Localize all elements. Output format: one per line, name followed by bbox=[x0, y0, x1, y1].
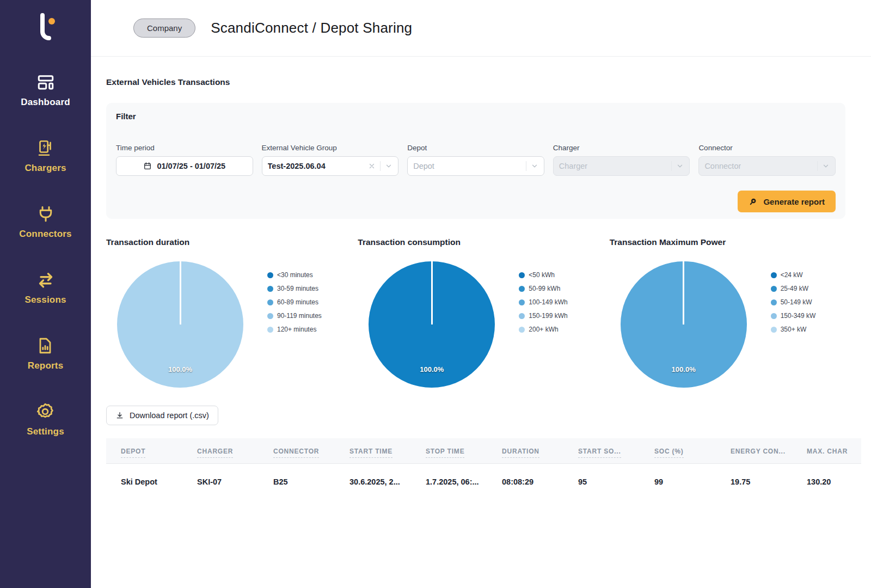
connectors-icon bbox=[36, 204, 56, 224]
calendar-icon bbox=[143, 162, 152, 170]
sidebar-nav: Dashboard Chargers bbox=[0, 72, 91, 437]
column-header-depot[interactable]: DEPOT bbox=[121, 446, 197, 456]
sidebar-item-reports[interactable]: Reports bbox=[28, 336, 64, 371]
legend-label: 90-119 minutes bbox=[277, 312, 322, 320]
filter-field-time-period: Time period 01/07/25 - 01/07/25 bbox=[116, 144, 253, 176]
pie-slice-divider bbox=[431, 261, 433, 324]
depot-placeholder: Depot bbox=[413, 162, 434, 170]
cell-connector: B25 bbox=[273, 477, 349, 486]
legend-label: 30-59 minutes bbox=[277, 285, 318, 292]
filter-field-charger: Charger Charger bbox=[553, 144, 690, 176]
legend-label: 50-149 kW bbox=[781, 298, 812, 306]
column-header-charger[interactable]: CHARGER bbox=[197, 446, 273, 456]
legend-item[interactable]: 200+ kWh bbox=[519, 326, 567, 333]
legend-item[interactable]: 25-49 kW bbox=[771, 285, 816, 292]
legend-label: 150-199 kWh bbox=[529, 312, 567, 320]
field-label: Charger bbox=[553, 144, 690, 152]
legend-dot bbox=[519, 327, 525, 333]
column-header-connector[interactable]: CONNECTOR bbox=[273, 446, 349, 456]
legend-dot bbox=[771, 286, 777, 292]
legend-item[interactable]: 50-99 kWh bbox=[519, 285, 567, 292]
filter-actions: Generate report bbox=[116, 191, 836, 212]
legend-item[interactable]: <30 minutes bbox=[267, 271, 322, 279]
sidebar-item-dashboard[interactable]: Dashboard bbox=[21, 72, 70, 108]
clear-icon[interactable] bbox=[368, 162, 376, 170]
charger-placeholder: Charger bbox=[559, 162, 587, 170]
field-label: Time period bbox=[116, 144, 253, 152]
cell-stop-time: 1.7.2025, 06:... bbox=[426, 477, 502, 486]
legend-item[interactable]: 50-149 kW bbox=[771, 298, 816, 306]
pie-chart-consumption[interactable]: 100.0% bbox=[369, 261, 495, 388]
column-header-energy-consumed[interactable]: ENERGY CON... bbox=[731, 446, 807, 456]
time-period-input[interactable]: 01/07/25 - 01/07/25 bbox=[116, 156, 253, 176]
column-header-soc[interactable]: SOC (%) bbox=[654, 446, 731, 456]
pie-chart-max-power[interactable]: 100.0% bbox=[621, 261, 747, 388]
generate-report-button[interactable]: Generate report bbox=[738, 191, 836, 212]
legend-item[interactable]: 150-349 kW bbox=[771, 312, 816, 320]
connector-select: Connector bbox=[698, 156, 836, 176]
legend-item[interactable]: 120+ minutes bbox=[267, 326, 322, 333]
divider bbox=[380, 161, 381, 171]
sidebar-item-chargers[interactable]: Chargers bbox=[24, 138, 66, 174]
legend-item[interactable]: 60-89 minutes bbox=[267, 298, 322, 306]
sidebar-item-sessions[interactable]: Sessions bbox=[24, 270, 66, 305]
column-header-max-charging[interactable]: MAX. CHAR bbox=[807, 446, 861, 456]
legend-label: 120+ minutes bbox=[277, 326, 316, 333]
cell-max-charging: 130.20 bbox=[807, 477, 861, 486]
page-title: ScandiConnect / Depot Sharing bbox=[211, 20, 412, 36]
chart-transaction-consumption: Transaction consumption 100.0% <50 kWh 5… bbox=[358, 237, 609, 388]
legend-dot bbox=[771, 313, 777, 319]
legend-item[interactable]: 350+ kW bbox=[771, 326, 816, 333]
connector-placeholder: Connector bbox=[704, 162, 741, 170]
chart-title: Transaction consumption bbox=[358, 237, 609, 247]
sidebar-item-label: Settings bbox=[27, 426, 64, 437]
topbar: Company ScandiConnect / Depot Sharing bbox=[91, 0, 871, 57]
depot-select[interactable]: Depot bbox=[407, 156, 544, 176]
charger-select: Charger bbox=[553, 156, 690, 176]
table-row[interactable]: Ski Depot SKI-07 B25 30.6.2025, 2... 1.7… bbox=[106, 463, 861, 499]
company-badge[interactable]: Company bbox=[133, 19, 195, 38]
legend-dot bbox=[771, 327, 777, 333]
legend-item[interactable]: 150-199 kWh bbox=[519, 312, 567, 320]
download-icon bbox=[115, 411, 124, 420]
legend-dot bbox=[267, 299, 273, 305]
sidebar-item-label: Reports bbox=[28, 360, 64, 371]
legend-label: <30 minutes bbox=[277, 271, 313, 279]
divider bbox=[526, 161, 526, 171]
main-area: Company ScandiConnect / Depot Sharing Ex… bbox=[91, 0, 871, 588]
legend-item[interactable]: 100-149 kWh bbox=[519, 298, 567, 306]
pie-chart-duration[interactable]: 100.0% bbox=[117, 261, 243, 388]
chevron-down-icon[interactable] bbox=[385, 162, 392, 170]
charts-row: Transaction duration 100.0% <30 minutes … bbox=[106, 237, 861, 388]
filter-field-connector: Connector Connector bbox=[698, 144, 836, 176]
legend-item[interactable]: <24 kW bbox=[771, 271, 816, 279]
generate-report-label: Generate report bbox=[763, 197, 825, 206]
sidebar-item-connectors[interactable]: Connectors bbox=[19, 204, 71, 240]
legend-item[interactable]: 30-59 minutes bbox=[267, 285, 322, 292]
select-controls bbox=[522, 161, 538, 171]
legend-dot bbox=[519, 272, 525, 278]
sessions-icon bbox=[36, 270, 56, 290]
chevron-down-icon[interactable] bbox=[531, 162, 538, 170]
pie-slice-label: 100.0% bbox=[168, 365, 192, 373]
chargers-icon bbox=[36, 138, 56, 158]
vehicle-group-select[interactable]: Test-2025.06.04 bbox=[262, 156, 399, 176]
legend-dot bbox=[267, 272, 273, 278]
legend-item[interactable]: 90-119 minutes bbox=[267, 312, 322, 320]
chevron-down-icon bbox=[822, 162, 830, 170]
cell-duration: 08:08:29 bbox=[502, 477, 578, 486]
download-report-button[interactable]: Download report (.csv) bbox=[106, 406, 218, 425]
sidebar-item-settings[interactable]: Settings bbox=[27, 402, 64, 437]
column-header-stop-time[interactable]: STOP TIME bbox=[426, 446, 502, 456]
sidebar-item-label: Chargers bbox=[24, 163, 66, 174]
legend-item[interactable]: <50 kWh bbox=[519, 271, 567, 279]
column-header-duration[interactable]: DURATION bbox=[502, 446, 578, 456]
sidebar-item-label: Sessions bbox=[24, 295, 66, 305]
chart-legend: <50 kWh 50-99 kWh 100-149 kWh 150-199 kW… bbox=[519, 261, 567, 388]
column-header-start-soc[interactable]: START SO... bbox=[578, 446, 654, 456]
column-header-start-time[interactable]: START TIME bbox=[349, 446, 426, 456]
brand-logo[interactable] bbox=[27, 11, 65, 47]
chevron-down-icon bbox=[676, 162, 684, 170]
legend-dot bbox=[267, 286, 273, 292]
cell-charger: SKI-07 bbox=[197, 477, 273, 486]
